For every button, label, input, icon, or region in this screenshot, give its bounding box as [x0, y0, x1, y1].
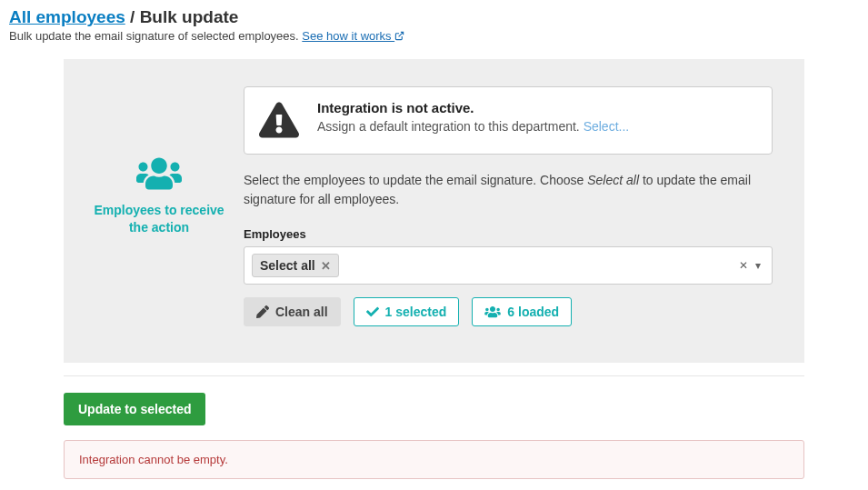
page-subtitle: Bulk update the email signature of selec… — [9, 29, 859, 43]
side-column: Employees to receive the action — [75, 86, 244, 236]
integration-alert: Integration is not active. Assign a defa… — [244, 86, 773, 155]
external-link-icon — [394, 31, 404, 41]
select-actions: ✕ ▾ — [739, 259, 764, 272]
check-icon — [366, 305, 379, 318]
employees-icon — [75, 155, 244, 195]
alert-content: Integration is not active. Assign a defa… — [317, 100, 629, 134]
select-all-chip[interactable]: Select all ✕ — [252, 254, 339, 277]
breadcrumb-separator: / — [130, 7, 135, 26]
selected-count-badge[interactable]: 1 selected — [354, 297, 460, 326]
main-column: Integration is not active. Assign a defa… — [244, 86, 773, 326]
loaded-count-badge[interactable]: 6 loaded — [472, 297, 572, 326]
breadcrumb: All employees / Bulk update — [9, 7, 859, 27]
warning-icon — [259, 102, 299, 141]
button-row: Clean all 1 selected 6 loaded — [244, 297, 773, 326]
alert-title: Integration is not active. — [317, 100, 629, 115]
select-integration-link[interactable]: Select... — [584, 119, 630, 134]
subtitle-text: Bulk update the email signature of selec… — [9, 29, 302, 43]
main-panel: Employees to receive the action Integrat… — [64, 59, 804, 363]
footer-area: Update to selected Integration cannot be… — [64, 393, 804, 479]
employees-label: Employees — [244, 227, 773, 241]
clear-icon[interactable]: ✕ — [739, 259, 748, 272]
error-message: Integration cannot be empty. — [64, 440, 804, 479]
breadcrumb-current: Bulk update — [140, 7, 239, 26]
help-text: Select the employees to update the email… — [244, 171, 773, 209]
see-how-it-works-link[interactable]: See how it works — [302, 29, 404, 43]
eraser-icon — [256, 305, 269, 318]
chip-label: Select all — [260, 258, 315, 273]
users-icon — [484, 305, 501, 318]
breadcrumb-all-employees[interactable]: All employees — [9, 7, 125, 26]
chip-remove-icon[interactable]: ✕ — [321, 259, 331, 273]
employees-select[interactable]: Select all ✕ ✕ ▾ — [244, 246, 773, 285]
alert-text: Assign a default integration to this dep… — [317, 119, 629, 134]
update-to-selected-button[interactable]: Update to selected — [64, 393, 205, 425]
clean-all-button[interactable]: Clean all — [244, 297, 341, 326]
side-caption: Employees to receive the action — [75, 202, 244, 236]
divider — [64, 375, 804, 376]
dropdown-icon[interactable]: ▾ — [755, 259, 761, 272]
svg-line-0 — [399, 32, 404, 36]
